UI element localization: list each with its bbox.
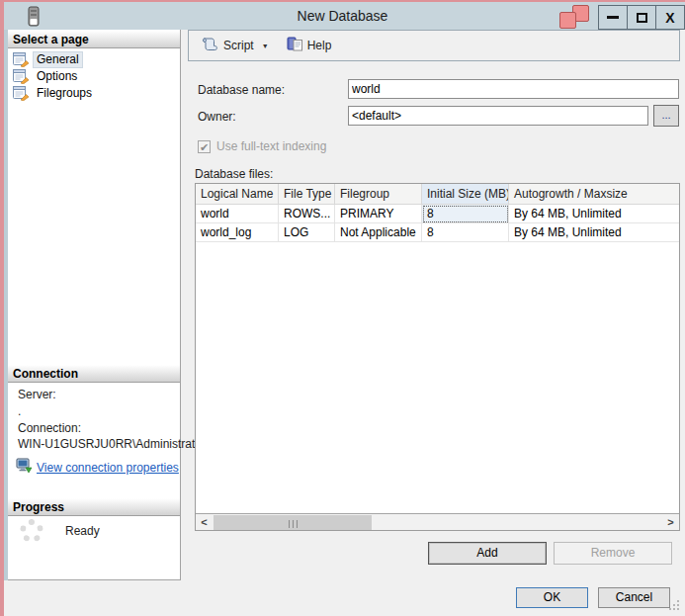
database-name-input[interactable] — [348, 79, 679, 99]
close-button[interactable]: X — [655, 6, 684, 29]
database-files-table: Logical NameFile TypeFilegroupInitial Si… — [195, 183, 680, 531]
table-body: worldROWS...PRIMARY8By 64 MB, Unlimitedw… — [196, 205, 679, 242]
fulltext-row: ✔ Use full-text indexing — [198, 139, 326, 153]
database-files-label: Database files: — [195, 167, 273, 181]
table-cell[interactable]: LOG — [279, 223, 335, 242]
connection-label: Connection: — [18, 421, 81, 435]
help-book-icon — [287, 37, 307, 54]
table-row: world_logLOGNot Applicable8By 64 MB, Unl… — [196, 223, 679, 242]
owner-label: Owner: — [198, 110, 236, 124]
scroll-left-arrow[interactable]: < — [196, 514, 213, 530]
page-list: General Options Filegroups — [8, 51, 180, 102]
server-value: . — [18, 404, 21, 418]
window-controls: X — [598, 5, 685, 30]
page-icon — [13, 69, 30, 84]
titlebar[interactable]: New Database X — [0, 2, 685, 30]
table-cell[interactable]: world — [196, 205, 279, 223]
new-database-dialog: New Database X Select a page General — [0, 0, 685, 616]
fulltext-checkbox[interactable]: ✔ — [198, 140, 211, 153]
connection-header: Connection — [8, 364, 180, 383]
window-frame-left — [0, 0, 4, 616]
progress-status: Ready — [65, 524, 100, 538]
dialog-toolbar: Script ▼ Help — [188, 30, 680, 61]
column-header[interactable]: File Type — [279, 184, 335, 205]
remove-button[interactable]: Remove — [554, 542, 672, 565]
view-connection-properties[interactable]: View connection properties — [16, 458, 179, 478]
stacked-windows-icon — [558, 5, 590, 29]
page-icon — [13, 86, 30, 101]
page-icon — [13, 52, 30, 67]
select-a-page-header: Select a page — [8, 30, 180, 48]
script-label: Script — [223, 39, 254, 52]
sidebar-item-label: Options — [34, 69, 80, 84]
column-header[interactable]: Autogrowth / Maxsize — [509, 184, 679, 205]
table-cell[interactable]: world_log — [196, 223, 279, 242]
minimize-icon — [607, 16, 619, 19]
window-frame-top — [0, 0, 685, 2]
fulltext-label: Use full-text indexing — [216, 139, 326, 153]
browse-owner-button[interactable]: ... — [653, 105, 679, 127]
script-dropdown-icon[interactable]: ▼ — [262, 43, 269, 49]
sidebar-item-label: Filegroups — [34, 86, 95, 101]
sidebar: Select a page General Options — [8, 30, 181, 580]
column-header[interactable]: Filegroup — [335, 184, 422, 205]
script-icon — [201, 37, 223, 54]
maximize-icon — [637, 13, 647, 23]
help-label: Help — [307, 39, 332, 52]
server-label: Server: — [18, 388, 56, 401]
table-row: worldROWS...PRIMARY8By 64 MB, Unlimited — [196, 205, 679, 223]
resize-grip[interactable] — [669, 600, 681, 612]
table-cell[interactable]: PRIMARY — [335, 205, 422, 223]
scrollbar-grip-icon — [287, 514, 299, 532]
horizontal-scrollbar[interactable]: < > — [196, 513, 679, 530]
sidebar-item-filegroups[interactable]: Filegroups — [8, 85, 180, 102]
view-connection-properties-link[interactable]: View connection properties — [37, 461, 179, 475]
progress-spinner-icon — [20, 519, 43, 543]
table-cell[interactable]: 8 — [422, 223, 509, 242]
column-header[interactable]: Logical Name — [196, 184, 279, 205]
maximize-button[interactable] — [627, 6, 655, 29]
table-cell[interactable]: By 64 MB, Unlimited — [509, 205, 679, 223]
sidebar-item-options[interactable]: Options — [8, 68, 180, 85]
column-header[interactable]: Initial Size (MB) — [422, 184, 509, 205]
database-name-label: Database name: — [198, 83, 285, 97]
ok-button[interactable]: OK — [516, 587, 588, 608]
scroll-right-arrow[interactable]: > — [662, 514, 679, 530]
table-header-row: Logical NameFile TypeFilegroupInitial Si… — [196, 184, 679, 205]
progress-header: Progress — [8, 497, 180, 516]
connection-value: WIN-U1GUSRJU0RR\Administrat — [18, 437, 195, 451]
add-button[interactable]: Add — [428, 542, 547, 565]
table-cell[interactable]: 8 — [422, 205, 509, 223]
table-cell[interactable]: ROWS... — [279, 205, 335, 223]
cancel-button[interactable]: Cancel — [598, 587, 670, 608]
table-cell[interactable]: Not Applicable — [335, 223, 422, 242]
table-cell[interactable]: By 64 MB, Unlimited — [509, 223, 679, 242]
scrollbar-thumb[interactable] — [214, 515, 372, 530]
owner-input[interactable] — [348, 106, 648, 126]
minimize-button[interactable] — [599, 6, 627, 29]
script-button[interactable]: Script ▼ — [197, 35, 283, 56]
sidebar-item-label: General — [34, 52, 82, 67]
monitor-icon — [16, 458, 33, 478]
sidebar-item-general[interactable]: General — [8, 51, 180, 68]
help-button[interactable]: Help — [283, 35, 336, 56]
